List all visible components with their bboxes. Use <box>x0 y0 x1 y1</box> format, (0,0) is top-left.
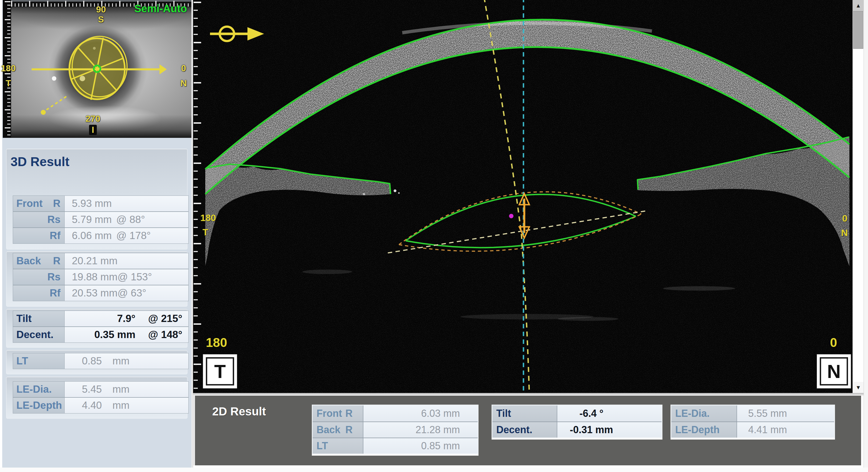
noise-wisp <box>663 286 735 291</box>
row-value: 20.21 mm <box>72 255 118 267</box>
row-le-depth-2d: LE-Depth 4.41 mm <box>671 421 834 438</box>
row-value-cell: -6.4 ° <box>557 405 661 421</box>
row-axis: @ 148° <box>148 329 182 341</box>
row-label: Back <box>13 255 41 267</box>
row-value: 19.88 mm <box>72 271 118 283</box>
app-window: Semi-Auto 90 S 180 T 0 N 270 I 3D Result… <box>0 0 868 472</box>
row-value-cell: 4.40mm <box>65 398 189 413</box>
table-2d-tilt: Tilt -6.4 ° Decent. -0.31 mm <box>492 405 662 440</box>
row-sublabel: Rf <box>50 287 64 299</box>
row-value-cell: 5.45mm <box>65 381 189 398</box>
row-label: LT <box>13 355 28 367</box>
row-label: LT <box>313 440 345 452</box>
row-label-cell: FrontR <box>313 405 363 421</box>
row-label-cell: Decent. <box>13 327 65 343</box>
row-axis: @ 215° <box>148 313 182 324</box>
row-value-cell: 0.35 mm@ 148° <box>65 327 189 343</box>
row-label: Tilt <box>492 408 525 419</box>
row-value-cell: 5.79 mm@ 88° <box>65 212 189 228</box>
compass-180: 180 <box>0 63 17 73</box>
row-le-dia-2d: LE-Dia. 5.55 mm <box>671 405 834 421</box>
row-label-cell: LE-Dia. <box>671 405 737 421</box>
row-label-cell: LE-Depth <box>671 422 737 438</box>
compass-i-label: I <box>89 125 97 135</box>
row-front-r: FrontR 5.93 mm <box>13 195 189 212</box>
row-value-cell: 7.9°@ 215° <box>65 311 189 327</box>
row-lt-3d: LT 0.85mm <box>13 353 189 369</box>
compass-i: I <box>85 125 101 135</box>
speck <box>363 193 365 195</box>
oct-bscan-view[interactable]: 180 T 0 N 180 T 0 N <box>193 0 852 393</box>
results-sidebar: Semi-Auto 90 S 180 T 0 N 270 I 3D Result… <box>2 0 191 468</box>
scan-axis-arrowhead <box>159 64 167 74</box>
oct-axis-right-deg: 0 <box>842 213 847 224</box>
table-2d-le: LE-Dia. 5.55 mm LE-Depth 4.41 mm <box>671 405 835 440</box>
compass-0: 0 <box>175 63 192 73</box>
oct-axis-left-deg: 180 <box>200 213 216 223</box>
row-label: Front <box>313 408 345 419</box>
row-value: 5.93 mm <box>72 198 116 209</box>
row-sublabel: Rs <box>48 271 64 283</box>
row-label-cell: Rf <box>13 228 65 244</box>
row-tilt-2d: Tilt -6.4 ° <box>492 405 661 421</box>
compass-270: 270 <box>85 114 101 124</box>
row-value-cell: 19.88 mm@ 153° <box>65 269 189 285</box>
row-value-cell: 6.06 mm@ 178° <box>65 228 189 244</box>
row-label: LE-Depth <box>671 424 727 436</box>
panel-3d-title: 3D Result <box>10 154 69 169</box>
oct-bscan-graphics <box>193 0 852 393</box>
scrollbar-thumb[interactable] <box>853 11 863 49</box>
row-back-rs: Rs 19.88 mm@ 153° <box>13 269 189 285</box>
row-unit: mm <box>112 400 129 411</box>
row-sublabel: R <box>345 408 352 419</box>
row-value: 5.79 mm <box>72 214 116 225</box>
compass-n: N <box>175 78 192 89</box>
row-label-cell: Rs <box>13 269 65 285</box>
scrollbar-down-button[interactable]: ▼ <box>853 382 864 393</box>
compass-90: 90 <box>93 4 109 15</box>
panel-2d-gap <box>193 396 195 465</box>
oct-bottom-separator <box>193 393 868 396</box>
row-label-cell: LT <box>313 438 363 454</box>
oct-corner-right-deg: 0 <box>830 335 837 350</box>
row-lt-2d: LT 0.85 mm <box>313 438 478 454</box>
row-sublabel: R <box>345 424 352 436</box>
row-sublabel: Rs <box>48 214 64 225</box>
row-value-cell: 4.41 mm <box>737 422 834 438</box>
row-label: LE-Dia. <box>671 408 727 419</box>
row-value: 6.06 mm <box>72 230 116 242</box>
row-value: 4.40 <box>82 400 102 411</box>
compass-s: S <box>93 14 109 25</box>
row-tilt-3d: Tilt 7.9°@ 215° <box>13 311 189 327</box>
row-label: Decent. <box>13 329 54 341</box>
panel-2d: 2D Result FrontR 6.03 mm BackR 21.28 mm … <box>195 396 861 465</box>
oct-axis-left-dir: T <box>203 227 208 238</box>
row-unit: mm <box>112 355 129 367</box>
row-label-cell: BackR <box>313 422 363 438</box>
compass-t: T <box>0 78 17 89</box>
row-axis: @ 178° <box>116 230 151 242</box>
panel-2d-title: 2D Result <box>212 405 266 418</box>
oct-scrollbar[interactable]: ▲ ▼ <box>852 0 864 393</box>
row-front-rf: Rf 6.06 mm@ 178° <box>13 228 189 244</box>
scrollbar-up-button[interactable]: ▲ <box>853 0 864 11</box>
temporal-marker-box: T <box>203 354 237 388</box>
row-sublabel: R <box>53 255 64 267</box>
catchlight-dot <box>52 76 56 81</box>
nasal-marker-letter: N <box>820 357 848 385</box>
window-bottom-border <box>0 468 868 472</box>
row-front-2d: FrontR 6.03 mm <box>313 405 478 421</box>
row-label-cell: BackR <box>13 253 65 269</box>
row-label-cell: FrontR <box>13 195 65 212</box>
row-value-cell: 21.28 mm <box>363 422 478 438</box>
row-sublabel: R <box>53 198 64 209</box>
row-value: 5.45 <box>82 383 102 395</box>
row-label-cell: LT <box>13 353 65 369</box>
row-value-cell: 20.21 mm <box>65 253 189 269</box>
row-axis: @ 153° <box>118 271 152 283</box>
row-label-cell: Rf <box>13 285 65 301</box>
row-label: Decent. <box>492 424 525 436</box>
row-decent-2d: Decent. -0.31 mm <box>492 421 661 438</box>
row-label-cell: LE-Dia. <box>13 381 65 398</box>
nasal-marker-box: N <box>817 354 851 388</box>
